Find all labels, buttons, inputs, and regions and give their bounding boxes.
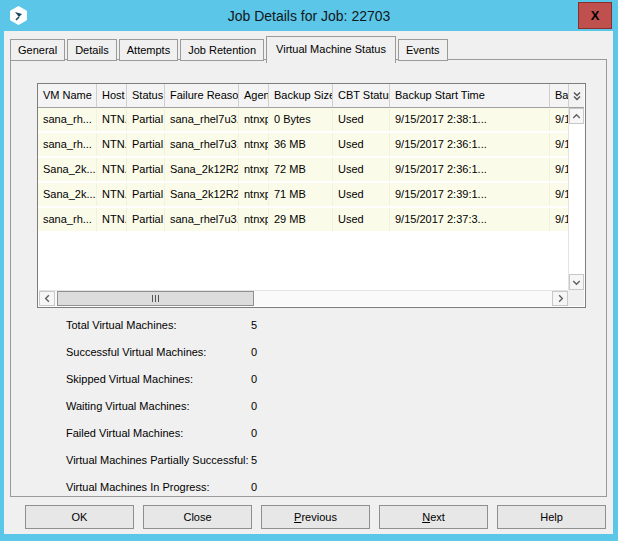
vm-status-table: VM Name Host Status Failure Reason Agent… — [37, 83, 586, 308]
cell-backup-size: 0 Bytes — [269, 108, 333, 131]
cell-backup-size: 36 MB — [269, 133, 333, 156]
dialog-body: General Details Attempts Job Retention V… — [4, 31, 613, 534]
dialog-button-row: OK Close Previous Next Help — [25, 505, 606, 529]
summary-label: Waiting Virtual Machines: — [66, 400, 251, 414]
summary-row: Virtual Machines Partially Successful: 5 — [66, 454, 291, 468]
cell-vm-name: Sana_2k... — [38, 158, 97, 181]
cell-vm-name: Sana_2k... — [38, 183, 97, 206]
column-header[interactable]: CBT Status — [333, 84, 390, 108]
tab[interactable]: Job Retention — [180, 39, 264, 61]
table-body: sana_rh... NTN... Partial... sana_rhel7u… — [38, 108, 569, 290]
cell-backup-end-time: 9/1 — [550, 208, 569, 231]
tab[interactable]: General — [10, 39, 65, 61]
summary-row: Successful Virtual Machines: 0 — [66, 346, 291, 360]
summary-value: 5 — [251, 319, 291, 333]
cell-backup-end-time: 9/1 — [550, 183, 569, 206]
cell-vm-name: sana_rh... — [38, 108, 97, 131]
cell-status: Partial... — [127, 133, 165, 156]
cell-host: NTN... — [97, 133, 127, 156]
summary-label: Total Virtual Machines: — [66, 319, 251, 333]
scroll-left-button[interactable] — [39, 291, 55, 306]
table-row[interactable]: Sana_2k... NTN... Partial... Sana_2k12R2… — [38, 183, 569, 208]
summary-value: 0 — [251, 346, 291, 360]
column-header[interactable]: Failure Reason — [165, 84, 239, 108]
cell-agent: ntnxp... — [239, 208, 269, 231]
cell-backup-end-time: 9/1 — [550, 108, 569, 131]
cell-agent: ntnxp... — [239, 108, 269, 131]
tab[interactable]: Attempts — [119, 39, 178, 61]
column-header[interactable]: Host — [97, 84, 127, 108]
horizontal-scrollbar[interactable] — [39, 290, 568, 306]
cell-backup-size: 72 MB — [269, 158, 333, 181]
cell-backup-start-time: 9/15/2017 2:36:1... — [390, 133, 550, 156]
summary-label: Virtual Machines In Progress: — [66, 481, 251, 495]
cell-cbt-status: Used — [333, 208, 390, 231]
tab[interactable]: Details — [67, 39, 117, 61]
table-row[interactable]: sana_rh... NTN... Partial... sana_rhel7u… — [38, 108, 569, 133]
summary-label: Virtual Machines Partially Successful: — [66, 454, 251, 468]
summary-value: 0 — [251, 481, 291, 495]
summary-value: 0 — [251, 373, 291, 387]
close-button-bottom[interactable]: Close — [143, 505, 252, 529]
cell-cbt-status: Used — [333, 158, 390, 181]
cell-host: NTN... — [97, 208, 127, 231]
summary-row: Total Virtual Machines: 5 — [66, 319, 291, 333]
next-button[interactable]: Next — [379, 505, 488, 529]
scroll-right-button[interactable] — [552, 291, 568, 306]
cell-host: NTN... — [97, 108, 127, 131]
cell-cbt-status: Used — [333, 183, 390, 206]
chevron-up-icon — [570, 110, 583, 123]
titlebar[interactable]: Job Details for Job: 22703 X — [0, 0, 618, 31]
job-details-dialog: Job Details for Job: 22703 X General Det… — [0, 0, 618, 541]
summary-row: Virtual Machines In Progress: 0 — [66, 481, 291, 495]
cell-cbt-status: Used — [333, 133, 390, 156]
cell-agent: ntnxp... — [239, 183, 269, 206]
cell-failure-reason: sana_rhel7u3... — [165, 208, 239, 231]
scroll-up-button[interactable] — [569, 108, 584, 124]
column-header[interactable]: Backup Start Time — [390, 84, 550, 108]
column-header[interactable]: Status — [127, 84, 165, 108]
cell-backup-start-time: 9/15/2017 2:38:1... — [390, 108, 550, 131]
cell-status: Partial... — [127, 183, 165, 206]
tab[interactable]: Events — [398, 39, 448, 61]
summary-value: 0 — [251, 400, 291, 414]
cell-status: Partial... — [127, 108, 165, 131]
summary-label: Skipped Virtual Machines: — [66, 373, 251, 387]
cell-vm-name: sana_rh... — [38, 133, 97, 156]
chevron-left-icon — [41, 292, 54, 305]
thumb-grip-icon — [152, 295, 153, 302]
cell-agent: ntnxp... — [239, 158, 269, 181]
cell-backup-start-time: 9/15/2017 2:37:3... — [390, 208, 550, 231]
column-header[interactable]: VM Name — [38, 84, 97, 108]
double-chevron-down-icon — [571, 89, 583, 103]
cell-backup-end-time: 9/1 — [550, 158, 569, 181]
horizontal-scroll-thumb[interactable] — [57, 291, 254, 306]
ok-button[interactable]: OK — [25, 505, 134, 529]
column-header[interactable]: Agent — [239, 84, 269, 108]
table-row[interactable]: Sana_2k... NTN... Partial... Sana_2k12R2… — [38, 158, 569, 183]
help-button[interactable]: Help — [497, 505, 606, 529]
cell-host: NTN... — [97, 158, 127, 181]
scroll-down-button[interactable] — [569, 274, 584, 290]
cell-failure-reason: Sana_2k12R2... — [165, 158, 239, 181]
table-row[interactable]: sana_rh... NTN... Partial... sana_rhel7u… — [38, 133, 569, 158]
vm-summary: Total Virtual Machines: 5 Successful Vir… — [66, 319, 291, 508]
cell-backup-end-time: 9/1 — [550, 133, 569, 156]
summary-label: Successful Virtual Machines: — [66, 346, 251, 360]
summary-row: Waiting Virtual Machines: 0 — [66, 400, 291, 414]
column-header[interactable]: Ba — [550, 84, 569, 108]
column-chooser-button[interactable] — [568, 84, 584, 108]
tab[interactable]: Virtual Machine Status — [266, 36, 396, 63]
close-button[interactable]: X — [578, 2, 612, 29]
column-header[interactable]: Backup Size — [269, 84, 333, 108]
cell-failure-reason: sana_rhel7u3... — [165, 108, 239, 131]
cell-failure-reason: Sana_2k12R2... — [165, 183, 239, 206]
summary-row: Failed Virtual Machines: 0 — [66, 427, 291, 441]
table-row[interactable]: sana_rh... NTN... Partial... sana_rhel7u… — [38, 208, 569, 233]
previous-button[interactable]: Previous — [261, 505, 370, 529]
vertical-scrollbar[interactable] — [568, 108, 584, 290]
summary-row: Skipped Virtual Machines: 0 — [66, 373, 291, 387]
cell-vm-name: sana_rh... — [38, 208, 97, 231]
cell-backup-size: 29 MB — [269, 208, 333, 231]
cell-status: Partial... — [127, 208, 165, 231]
